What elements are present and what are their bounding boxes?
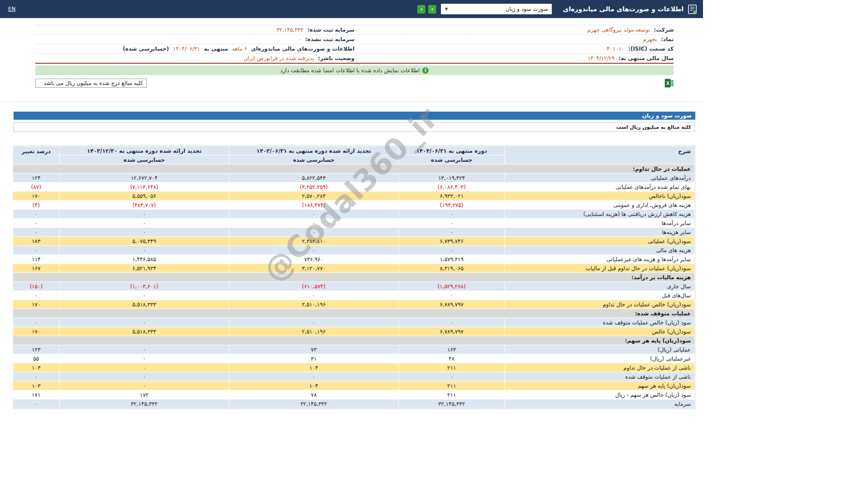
statement-row: سال‌های قبل۰۰۰۰ bbox=[13, 291, 695, 300]
column-header-description: شرح bbox=[505, 146, 695, 164]
amount-cell: ۲,۵۱۰,۱۹۶ bbox=[229, 327, 399, 336]
registered-capital-field: سرمایه ثبت شده: ۳۲,۱۴۵,۳۳۲ bbox=[35, 27, 354, 33]
statement-type-select[interactable]: صورت سود و زیان ▼ bbox=[441, 4, 552, 14]
statement-row: سرمایه۳۲,۱۴۵,۳۳۲۳۲,۱۴۵,۳۳۲۳۲,۱۴۵,۳۳۲۰ bbox=[13, 399, 695, 408]
section-header-row: عملیات در حال تداوم: bbox=[13, 164, 695, 174]
codal-logo-icon bbox=[687, 4, 698, 14]
amount-cell: ۶,۷۳۹,۷۴۶ bbox=[399, 237, 505, 246]
symbol-label: نماد: bbox=[661, 36, 674, 42]
registered-capital-value: ۳۲,۱۴۵,۳۳۲ bbox=[277, 27, 303, 33]
report-period-field: اطلاعات و صورت‌های مالی میاندوره‌ای ۶ ما… bbox=[35, 46, 354, 52]
amount-cell: ۱,۵۷۹,۳۱۹ bbox=[399, 255, 505, 264]
change-percent-cell: ۱۷۰ bbox=[13, 192, 60, 201]
company-info-panel: شرکت: توسعه مولد نیروگاهی جهرم سرمایه ثب… bbox=[35, 25, 674, 64]
info-row-symbol: نماد: بجهرم سرمایه ثبت نشده: ۰ bbox=[35, 35, 674, 44]
amount-cell: ۰ bbox=[229, 291, 399, 300]
change-percent-cell: ۱۷۰ bbox=[13, 327, 60, 336]
english-language-link[interactable]: EN bbox=[8, 6, 16, 12]
statement-row: سود(زیان) ناخالص۶,۹۳۳,۰۲۱۲,۵۷۰,۲۸۴۵,۵۵۹,… bbox=[13, 192, 695, 201]
amount-cell: ۱۶۳ bbox=[399, 345, 505, 354]
row-label: هزینه های مالی bbox=[505, 246, 695, 255]
amount-cell: ۰ bbox=[60, 219, 229, 228]
section-header-row: سود(زیان) پایه هر سهم: bbox=[13, 336, 695, 345]
change-percent-cell: ۰ bbox=[13, 228, 60, 237]
amount-cell: ۳۱ bbox=[229, 354, 399, 363]
row-label: سود(زیان) ناخالص bbox=[505, 192, 695, 201]
amount-cell: ۲,۳۸۳,۸۱۰ bbox=[229, 237, 399, 246]
change-percent-cell: ۱۰۳ bbox=[13, 381, 60, 390]
amount-cell: ۵,۵۱۸,۳۳۳ bbox=[60, 327, 229, 336]
amount-cell: ۰ bbox=[399, 318, 505, 327]
column-header-restated-midyear: تجدید ارائه شده دوره منتهی به ۱۴۰۳/۰۶/۳۱ bbox=[229, 146, 399, 155]
amount-cell: ۶,۷۸۹,۷۹۷ bbox=[399, 300, 505, 309]
amount-cell: ۰ bbox=[229, 210, 399, 219]
company-label: شرکت: bbox=[654, 27, 674, 33]
amount-cell: ۰ bbox=[399, 291, 505, 300]
row-label: سود(زیان) خالص عملیات در حال تداوم bbox=[505, 300, 695, 309]
amount-cell: (۱,۰۰۳,۶۰۱) bbox=[60, 282, 229, 291]
excel-export-icon[interactable]: X bbox=[665, 79, 674, 88]
amount-cell: ۰ bbox=[60, 372, 229, 381]
fiscal-year-label: سال مالی منتهی به: bbox=[618, 55, 674, 61]
previous-statement-button[interactable]: ‹ bbox=[417, 5, 425, 14]
amount-cell: (۷,۱۱۳,۶۴۸) bbox=[60, 183, 229, 192]
period-duration: ۶ ماهه bbox=[232, 46, 247, 52]
section-divider bbox=[0, 102, 703, 102]
period-middle: منتهی به bbox=[204, 46, 228, 52]
statement-row: سود(زیان) عملیات در حال تداوم قبل از مال… bbox=[13, 264, 695, 273]
amount-cell: ۰ bbox=[399, 228, 505, 237]
section-label: سود(زیان) پایه هر سهم: bbox=[13, 336, 695, 345]
isic-field: کد صنعت (ISIC): ۴۰۱۰۱۰ bbox=[354, 46, 674, 52]
unregistered-capital-label: سرمایه ثبت نشده: bbox=[305, 36, 354, 42]
amount-cell: ۰ bbox=[60, 345, 229, 354]
row-label: سود(زیان) خالص bbox=[505, 327, 695, 336]
change-percent-cell: ۰ bbox=[13, 291, 60, 300]
row-label: ناشی از عملیات در حال تداوم bbox=[505, 363, 695, 372]
statement-select-value: صورت سود و زیان bbox=[505, 6, 548, 12]
amount-cell: (۱۸۶,۴۷۴) bbox=[229, 201, 399, 210]
change-percent-cell: ۱۶۷ bbox=[13, 264, 60, 273]
change-percent-cell: ۱۷۰ bbox=[13, 300, 60, 309]
statement-row: سود(زیان) خالص عملیات در حال تداوم۶,۷۸۹,… bbox=[13, 300, 695, 309]
company-value: توسعه مولد نیروگاهی جهرم bbox=[588, 27, 650, 33]
statement-table: شرح دوره منتهی به ۱۴۰۴/۰۶/۳۱ تجدید ارائه… bbox=[13, 146, 695, 408]
statement-row: سود (زیان) خالص هر سهم - ریال۲۱۱۷۸۱۷۲۱۷۱ bbox=[13, 390, 695, 399]
amount-cell: ۷۳۶,۹۶۰ bbox=[229, 255, 399, 264]
statement-row: غیرعملیاتی (ریال)۴۸۳۱۰۵۵ bbox=[13, 354, 695, 363]
amount-cell: ۸,۳۱۹,۰۶۵ bbox=[399, 264, 505, 273]
statement-row: عملیاتی (ریال)۱۶۳۷۳۰۱۲۳ bbox=[13, 345, 695, 354]
info-row-company: شرکت: توسعه مولد نیروگاهی جهرم سرمایه ثب… bbox=[35, 25, 674, 35]
amount-cell: ۰ bbox=[399, 372, 505, 381]
row-label: سایر هزینه‌ها bbox=[505, 228, 695, 237]
column-header-restated-yearend: تجدید ارائه شده دوره منتهی به ۱۴۰۳/۱۲/۳۰ bbox=[60, 146, 229, 155]
amount-cell: ۲,۵۱۰,۱۹۶ bbox=[229, 300, 399, 309]
statement-row: هزینه های مالی۰۰۰۰ bbox=[13, 246, 695, 255]
column-subheader-audited: حسابرسی شده bbox=[60, 155, 229, 164]
row-label: سال‌های قبل bbox=[505, 291, 695, 300]
row-label: سود(زیان) عملیاتی bbox=[505, 237, 695, 246]
amount-cell: (۴۸۳,۷۰۷) bbox=[60, 201, 229, 210]
change-percent-cell: ۰ bbox=[13, 399, 60, 408]
statement-section: صورت سود و زیان کلیه مبالغ به میلیون ریا… bbox=[14, 112, 695, 409]
change-percent-cell: ۱۲۴ bbox=[13, 174, 60, 183]
row-label: هزینه های فروش، اداری و عمومی bbox=[505, 201, 695, 210]
change-percent-cell: (۱۵۰) bbox=[13, 282, 60, 291]
statement-row: سایر هزینه‌ها۰۰۰۰ bbox=[13, 228, 695, 237]
next-statement-button[interactable]: › bbox=[428, 5, 436, 14]
statement-row: ناشی از عملیات متوقف شده۰۰۰۰ bbox=[13, 372, 695, 381]
report-title: اطلاعات و صورت‌های مالی میاندوره‌ای bbox=[563, 5, 684, 13]
section-header-row: هزینه مالیات بر درآمد: bbox=[13, 273, 695, 282]
amount-cell: ۰ bbox=[60, 381, 229, 390]
change-percent-cell: ۵۵ bbox=[13, 354, 60, 363]
row-label: ناشی از عملیات متوقف شده bbox=[505, 372, 695, 381]
section-label: عملیات متوقف شده: bbox=[13, 309, 695, 318]
amount-cell: ۳۲,۱۴۵,۳۳۲ bbox=[60, 399, 229, 408]
table-header-row-periods: شرح دوره منتهی به ۱۴۰۴/۰۶/۳۱ تجدید ارائه… bbox=[13, 146, 695, 155]
amount-cell: ۶,۵۲۱,۹۳۴ bbox=[60, 264, 229, 273]
row-label: عملیاتی (ریال) bbox=[505, 345, 695, 354]
statement-title-bar: صورت سود و زیان bbox=[14, 112, 695, 120]
statement-row: سایر درآمدها۰۰۰۰ bbox=[13, 219, 695, 228]
column-subheader-audited: حسابرسی شده bbox=[399, 155, 505, 164]
amount-cell: ۷۸ bbox=[229, 390, 399, 399]
info-row-fiscal: سال مالی منتهی به: ۱۴۰۴/۱۲/۲۹ وضعیت ناشر… bbox=[35, 54, 674, 63]
